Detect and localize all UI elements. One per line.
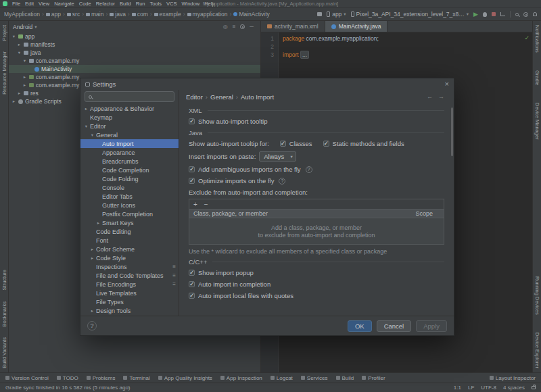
lock-icon[interactable] (532, 386, 536, 389)
tree-item-app[interactable]: ▾app (9, 32, 260, 41)
checkbox-checked-icon[interactable] (189, 281, 195, 287)
build-hammer-icon[interactable] (317, 12, 322, 16)
settings-search-input[interactable] (95, 93, 162, 100)
tool-window-button-services[interactable]: Services (301, 375, 328, 381)
tool-window-button-app-quality-insights[interactable]: App Quality Insights (158, 375, 212, 381)
apply-button[interactable]: Apply (416, 320, 447, 332)
scrollbar-thumb[interactable] (451, 107, 453, 156)
settings-item-live-templates[interactable]: Live Templates (80, 289, 179, 297)
settings-item-auto-import[interactable]: Auto Import (80, 139, 179, 148)
tab-mainactivity-java[interactable]: MainActivity.java (325, 21, 388, 32)
tool-window-button-project[interactable]: Project (1, 25, 7, 41)
checkbox-checked-icon[interactable] (189, 270, 195, 276)
tool-window-button-running-devices[interactable]: Running Devices (534, 276, 540, 315)
help-icon[interactable]: ? (306, 166, 312, 173)
chevron-down-icon[interactable]: ▾ (90, 132, 95, 138)
menu-code[interactable]: Code (77, 1, 93, 7)
breadcrumb-item-example[interactable]: example (154, 11, 181, 18)
checkbox-checked-icon[interactable] (189, 118, 195, 124)
line-separator[interactable]: LF (468, 385, 474, 391)
settings-item-file-and-code-templates[interactable]: File and Code Templates≡ (80, 271, 179, 280)
settings-item-file-types[interactable]: File Types (80, 297, 179, 306)
settings-item-general[interactable]: ▾General (80, 130, 179, 139)
menu-refactor[interactable]: Refactor (94, 1, 117, 7)
settings-item-inspections[interactable]: Inspections≡ (80, 262, 179, 271)
gear-icon[interactable] (523, 12, 528, 17)
tool-window-button-device-explorer[interactable]: Device Explorer (534, 333, 540, 368)
cancel-button[interactable]: Cancel (377, 320, 412, 332)
insert-imports-dropdown[interactable]: Always ▾ (259, 151, 296, 162)
tool-window-button-build-variants[interactable]: Build Variants (1, 337, 7, 368)
gear-icon[interactable] (240, 24, 245, 29)
run-button[interactable]: ▶ (473, 11, 478, 18)
breadcrumb-item-src[interactable]: src (67, 11, 80, 18)
locate-file-icon[interactable]: ◎ (223, 24, 228, 30)
chevron-right-icon[interactable]: ▸ (11, 99, 16, 104)
settings-item-keymap[interactable]: Keymap (80, 113, 179, 122)
settings-item-code-style[interactable]: ▸Code Style (80, 253, 179, 262)
breadcrumb-item-com[interactable]: com (132, 11, 148, 18)
tool-window-button-resource-manager[interactable]: Resource Manager (1, 51, 7, 95)
notifications-icon[interactable] (533, 12, 537, 16)
debug-button[interactable] (483, 12, 487, 17)
breadcrumb-item-myapplication[interactable]: myapplication (187, 11, 228, 18)
breadcrumb-item[interactable]: General (210, 93, 233, 101)
chevron-right-icon[interactable]: ▸ (90, 247, 95, 252)
indent-setting[interactable]: 4 spaces (503, 385, 525, 391)
remove-icon[interactable]: − (204, 201, 208, 208)
project-view-mode[interactable]: Android (13, 24, 32, 30)
caret-position[interactable]: 1:1 (454, 385, 461, 391)
tool-window-button-device-manager[interactable]: Device Manager (534, 103, 540, 140)
checkbox-checked-icon[interactable] (189, 178, 195, 184)
menu-vcs[interactable]: VCS (164, 1, 179, 7)
checkbox-checked-icon[interactable] (189, 166, 195, 172)
dialog-title-bar[interactable]: Settings × (80, 78, 454, 90)
settings-item-appearance[interactable]: Appearance (80, 148, 179, 157)
chevron-right-icon[interactable]: ▸ (90, 255, 95, 261)
tool-window-button-todo[interactable]: TODO (57, 375, 78, 381)
hide-panel-icon[interactable]: ─ (250, 24, 254, 30)
tab-activity-main-xml[interactable]: activity_main.xml (261, 21, 325, 32)
menu-window[interactable]: Window (179, 1, 202, 7)
tool-window-button-profiler[interactable]: Profiler (362, 375, 385, 381)
settings-item-gutter-icons[interactable]: Gutter Icons (80, 201, 179, 210)
tool-window-button-problems[interactable]: Problems (87, 375, 116, 381)
file-encoding[interactable]: UTF-8 (481, 385, 496, 391)
collapse-all-icon[interactable]: ≡ (233, 24, 236, 30)
settings-item-breadcrumbs[interactable]: Breadcrumbs (80, 157, 179, 166)
settings-item-file-encodings[interactable]: File Encodings≡ (80, 280, 179, 289)
chevron-right-icon[interactable]: ▸ (22, 74, 27, 80)
chevron-down-icon[interactable]: ▾ (22, 58, 27, 64)
menu-edit[interactable]: Edit (23, 1, 36, 7)
chevron-right-icon[interactable]: ▸ (96, 220, 101, 226)
add-icon[interactable]: + (193, 201, 197, 208)
exclude-table-empty-state[interactable]: Add a class, package, or member to exclu… (189, 218, 444, 244)
tool-window-button-layout-inspector[interactable]: Layout Inspector (490, 375, 536, 381)
help-icon[interactable]: ? (279, 178, 285, 185)
settings-scroll-area[interactable]: XML Show auto-import tooltip Java Show a… (179, 103, 454, 316)
forward-icon[interactable]: → (438, 93, 444, 100)
chevron-right-icon[interactable]: ▸ (22, 82, 27, 88)
settings-item-color-scheme[interactable]: ▸Color Scheme (80, 245, 179, 253)
tree-item-java[interactable]: ▾java (9, 49, 260, 57)
menu-file[interactable]: File (10, 1, 22, 7)
profiler-button[interactable] (500, 12, 505, 16)
settings-item-font[interactable]: Font (80, 236, 179, 245)
settings-item-editor[interactable]: ▾Editor (80, 122, 179, 130)
menu-run[interactable]: Run (134, 1, 147, 7)
settings-item-code-completion[interactable]: Code Completion (80, 166, 179, 174)
help-button[interactable]: ? (87, 321, 97, 330)
settings-item-design-tools[interactable]: ▸Design Tools (80, 306, 179, 315)
tool-window-button-logcat[interactable]: Logcat (270, 375, 293, 381)
back-icon[interactable]: ← (427, 93, 433, 100)
checkbox-checked-icon[interactable] (280, 141, 286, 147)
settings-item-code-editing[interactable]: Code Editing (80, 227, 179, 236)
tree-item-manifests[interactable]: ▸manifests (9, 41, 260, 49)
device-selector[interactable]: Pixel_3a_API_34_extension_level_7_x8… ▾ (351, 11, 469, 18)
tree-item-com-example-my[interactable]: ▾com.example.my (9, 57, 260, 65)
tool-window-button-terminal[interactable]: Terminal (123, 375, 149, 381)
chevron-right-icon[interactable]: ▸ (84, 106, 89, 112)
settings-item-editor-tabs[interactable]: Editor Tabs (80, 192, 179, 201)
settings-item-smart-keys[interactable]: ▸Smart Keys (80, 218, 179, 227)
search-icon[interactable] (515, 13, 519, 16)
